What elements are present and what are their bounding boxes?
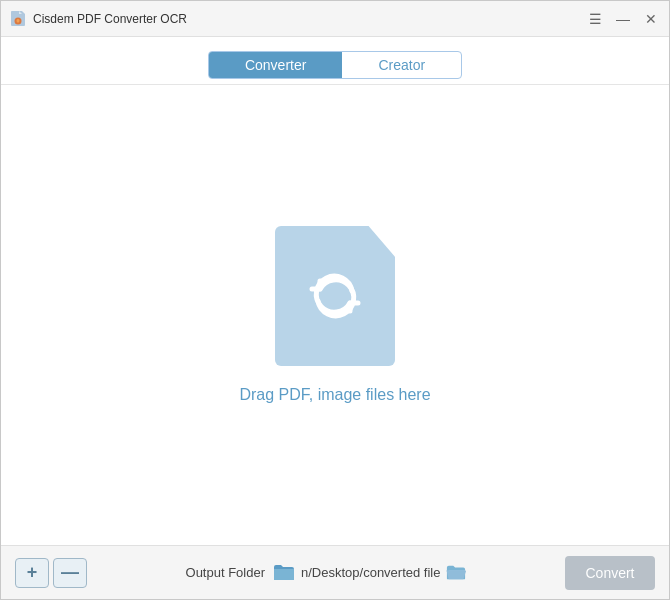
tab-converter[interactable]: Converter: [209, 52, 342, 78]
minimize-button[interactable]: —: [613, 9, 633, 29]
output-folder-label: Output Folder: [186, 565, 266, 580]
refresh-icon: [306, 267, 364, 325]
open-folder-icon[interactable]: [446, 564, 466, 581]
tab-creator[interactable]: Creator: [342, 52, 461, 78]
folder-path-text: n/Desktop/converted file: [301, 565, 440, 580]
folder-path: n/Desktop/converted file: [273, 564, 466, 581]
doc-body: [275, 226, 395, 366]
refresh-icon-wrap: [306, 267, 364, 325]
doc-corner-fold: [369, 226, 395, 256]
add-file-button[interactable]: +: [15, 558, 49, 588]
document-icon: [275, 226, 395, 366]
tab-group: Converter Creator: [208, 51, 462, 79]
app-window: Cisdem PDF Converter OCR ☰ — ✕ Converter…: [0, 0, 670, 600]
main-content[interactable]: Drag PDF, image files here: [1, 85, 669, 545]
footer: + — Output Folder n/Desktop/converted fi…: [1, 545, 669, 599]
close-button[interactable]: ✕: [641, 9, 661, 29]
window-controls: ☰ — ✕: [585, 9, 661, 29]
menu-button[interactable]: ☰: [585, 9, 605, 29]
app-title: Cisdem PDF Converter OCR: [33, 12, 585, 26]
title-bar: Cisdem PDF Converter OCR ☰ — ✕: [1, 1, 669, 37]
drop-zone[interactable]: Drag PDF, image files here: [239, 226, 430, 404]
footer-left-controls: + —: [15, 558, 87, 588]
app-icon: [9, 10, 27, 28]
drag-drop-text: Drag PDF, image files here: [239, 386, 430, 404]
remove-file-button[interactable]: —: [53, 558, 87, 588]
convert-button[interactable]: Convert: [565, 556, 655, 590]
folder-icon: [273, 564, 295, 581]
tab-bar: Converter Creator: [1, 37, 669, 85]
footer-center: Output Folder n/Desktop/converted file: [99, 564, 553, 581]
